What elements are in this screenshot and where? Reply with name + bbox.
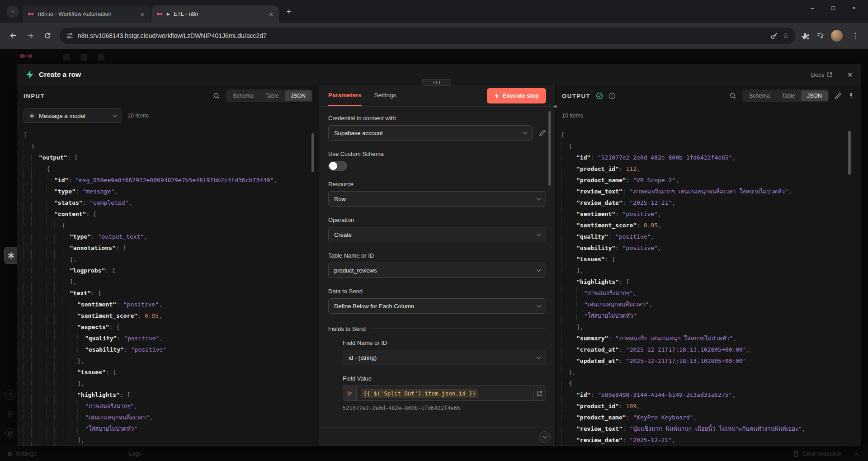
scroll-down-button[interactable] bbox=[539, 431, 551, 443]
field-group: Field Name or ID id - (string) Field Val… bbox=[343, 339, 546, 411]
output-panel-label: OUTPUT bbox=[562, 93, 590, 99]
panel-drag-handle[interactable] bbox=[422, 79, 451, 86]
edit-credential-pencil-icon[interactable] bbox=[539, 129, 546, 136]
add-node-icon[interactable] bbox=[80, 54, 87, 61]
browser-tab-1[interactable]: n8n.io - Workflow Automation × bbox=[23, 5, 150, 23]
reload-icon bbox=[43, 32, 52, 40]
tab-settings[interactable]: Settings bbox=[374, 85, 396, 106]
input-node-chip[interactable] bbox=[4, 247, 18, 264]
tab-parameters[interactable]: Parameters bbox=[328, 85, 362, 106]
chevron-down-icon bbox=[537, 232, 541, 236]
reload-button[interactable] bbox=[40, 28, 55, 43]
tab-schema[interactable]: Schema bbox=[227, 90, 259, 101]
docs-link[interactable]: Docs bbox=[811, 71, 833, 78]
chevron-down-icon bbox=[537, 355, 541, 359]
input-panel: INPUT Schema Table JSON Message a model bbox=[17, 85, 319, 446]
tab-json[interactable]: JSON bbox=[801, 90, 828, 101]
field-value-label: Field Value bbox=[343, 375, 546, 382]
window-maximize-button[interactable]: □ bbox=[823, 0, 844, 15]
output-scrollbar[interactable] bbox=[848, 131, 851, 175]
window-minimize-button[interactable]: – bbox=[802, 0, 823, 15]
browser-menu-icon[interactable]: ⋮ bbox=[849, 31, 861, 41]
operation-label: Operation bbox=[328, 216, 546, 223]
json-line: "quality": "positive", bbox=[561, 231, 857, 242]
resource-label: Resource bbox=[328, 181, 546, 188]
expression-result-preview: 521077e2-2e0d-482e-800b-1fd6422f4e65 bbox=[343, 405, 546, 411]
canvas-tool-icon[interactable] bbox=[98, 54, 104, 61]
logs-rail-icon[interactable] bbox=[5, 409, 15, 419]
tab-close-icon[interactable]: × bbox=[268, 10, 274, 18]
table-name-select[interactable]: product_reviews bbox=[328, 263, 546, 278]
forward-button[interactable] bbox=[23, 28, 38, 43]
pin-data-icon[interactable] bbox=[848, 92, 854, 99]
table-name-label: Table Name or ID bbox=[328, 252, 546, 259]
sidebar-toggle-icon[interactable] bbox=[63, 54, 70, 61]
json-line: "sentiment": "positive", bbox=[24, 299, 315, 310]
url-text: n8n.srv1068143.hstgr.cloud/workflow/LzDW… bbox=[78, 32, 766, 39]
tab-json[interactable]: JSON bbox=[285, 90, 311, 101]
info-icon[interactable] bbox=[609, 92, 616, 99]
bookmark-star-icon[interactable]: ☆ bbox=[783, 32, 789, 39]
back-button[interactable] bbox=[5, 28, 21, 43]
tab-table[interactable]: Table bbox=[259, 90, 285, 101]
input-scrollbar[interactable] bbox=[311, 133, 314, 172]
credential-select[interactable]: Supabase account bbox=[328, 125, 533, 141]
json-line: ], bbox=[561, 321, 857, 333]
password-key-icon[interactable] bbox=[770, 32, 778, 40]
modal-close-icon[interactable]: × bbox=[847, 70, 853, 79]
collapse-output-icon[interactable]: ◀ bbox=[553, 104, 557, 108]
new-tab-button[interactable]: + bbox=[283, 5, 295, 18]
input-source-select[interactable]: Message a model bbox=[24, 108, 122, 123]
media-controls-icon[interactable] bbox=[816, 32, 824, 40]
output-view-tabs: Schema Table JSON bbox=[742, 89, 829, 102]
mentions-button[interactable]: @ bbox=[5, 428, 15, 438]
execute-step-button[interactable]: Execute step bbox=[487, 88, 546, 103]
logs-panel-toggle[interactable]: Logs bbox=[129, 446, 141, 461]
n8n-favicon bbox=[156, 10, 163, 18]
output-json-view[interactable]: [{"id": "521077e2-2e0d-482e-800b-1fd6422… bbox=[556, 124, 861, 446]
expand-logs-icon[interactable] bbox=[854, 453, 859, 458]
input-source-row: Message a model 10 items bbox=[17, 107, 319, 125]
custom-schema-toggle[interactable] bbox=[328, 161, 347, 171]
settings-button[interactable]: ⚙ Settings bbox=[7, 446, 36, 461]
edit-output-pencil-icon[interactable] bbox=[835, 92, 842, 99]
data-to-send-select[interactable]: Define Below for Each Column bbox=[328, 298, 546, 314]
chevron-down-icon bbox=[537, 303, 541, 308]
clear-execution-button[interactable]: Clear execution bbox=[793, 446, 842, 461]
json-line: { bbox=[24, 220, 315, 231]
profile-avatar[interactable] bbox=[831, 30, 843, 42]
json-line: "output": [ bbox=[24, 152, 315, 163]
browser-tab-2[interactable]: ▶ ETL - n8n × bbox=[151, 5, 279, 23]
field-value-expression-input[interactable]: fx {{ $('Split Out').item.json.id }} bbox=[343, 386, 546, 401]
tab-table[interactable]: Table bbox=[776, 90, 801, 101]
json-line: "highlights": [ bbox=[24, 389, 315, 400]
trash-icon bbox=[793, 451, 799, 457]
json-line: { bbox=[561, 378, 857, 389]
search-icon[interactable] bbox=[729, 92, 736, 99]
resource-select[interactable]: Row bbox=[328, 191, 546, 207]
openai-icon bbox=[7, 252, 15, 259]
fx-expression-icon[interactable]: fx bbox=[343, 386, 357, 400]
back-icon bbox=[9, 32, 17, 40]
parameters-scrollbar[interactable] bbox=[548, 111, 551, 186]
open-expression-editor-icon[interactable] bbox=[533, 386, 546, 400]
json-line: "updated_at": "2025-12-21T17:18:13.10280… bbox=[561, 355, 857, 367]
status-bar: ⚙ Settings Logs Clear execution bbox=[0, 446, 868, 461]
help-button[interactable]: ? bbox=[5, 390, 15, 400]
operation-select[interactable]: Create bbox=[328, 227, 546, 242]
json-line: "product_id": 109, bbox=[561, 400, 857, 412]
window-close-button[interactable]: × bbox=[844, 0, 864, 15]
tab-schema[interactable]: Schema bbox=[743, 90, 776, 101]
modal-title: Create a row bbox=[39, 71, 81, 79]
tab-close-icon[interactable]: × bbox=[139, 10, 146, 18]
input-json-view[interactable]: [{"output": [{"id": "msg_059ee9a8f662922… bbox=[17, 125, 319, 446]
json-line: "review_date": "2025-12-21", bbox=[561, 197, 857, 208]
field-name-label: Field Name or ID bbox=[343, 339, 546, 346]
search-icon[interactable] bbox=[213, 92, 220, 99]
tab-search-button[interactable] bbox=[6, 5, 19, 18]
field-name-select[interactable]: id - (string) bbox=[343, 350, 546, 365]
site-settings-icon bbox=[66, 32, 73, 39]
extensions-puzzle-icon[interactable] bbox=[802, 32, 809, 40]
forward-icon bbox=[26, 32, 34, 40]
address-bar[interactable]: n8n.srv1068143.hstgr.cloud/workflow/LzDW… bbox=[60, 28, 795, 44]
